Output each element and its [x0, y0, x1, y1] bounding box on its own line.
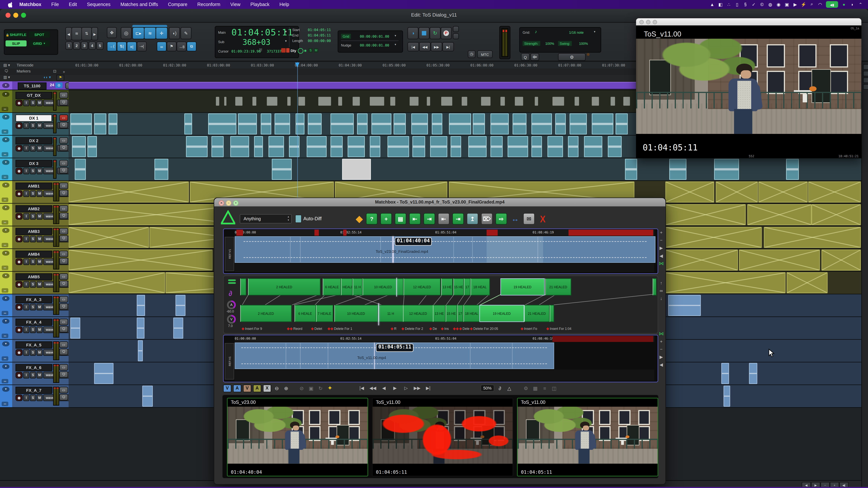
track-header-dx-3[interactable]: ▾DX 3▾ISMwaveread▭🗨⚯ — [0, 158, 68, 181]
reference-timeline-upper[interactable]: 01:00:00:0001:02:55:1401:05:51:0401:08:4… — [223, 229, 658, 274]
dim-icon-0[interactable]: ⊘ — [298, 385, 306, 392]
audio-clip[interactable] — [173, 318, 183, 339]
quantize-input-button[interactable]: ⟴ — [530, 53, 539, 61]
track-output-icon[interactable]: ▭ — [59, 160, 68, 166]
track-m-button[interactable]: M — [36, 326, 42, 333]
track-name[interactable]: TS_1100 — [18, 83, 46, 90]
audio-clip[interactable] — [287, 97, 291, 106]
timeline-area[interactable]: 01:04:05:11ToS_v11.00.mp4 — [235, 343, 654, 369]
audio-clip[interactable] — [451, 136, 461, 157]
brush-icon[interactable]: ✦ — [326, 385, 334, 392]
loop-play-button[interactable]: ↻ — [430, 27, 441, 39]
link-timeline-edit[interactable]: ⇅| — [117, 41, 127, 52]
track-output-icon[interactable]: ▭ — [59, 115, 68, 121]
prev-diff-icon[interactable]: ⇤ — [438, 213, 450, 224]
track-i-button[interactable]: I — [23, 190, 29, 197]
compare-swap-icon[interactable]: ↔ — [510, 213, 521, 224]
mode-spot[interactable]: SPOT — [29, 32, 50, 38]
rail-btn-0[interactable]: + — [658, 230, 664, 235]
edit-marker[interactable]: ◆Delete For 20:05 — [470, 326, 498, 331]
elastic-icon[interactable] — [298, 48, 303, 54]
track-comments-icon[interactable]: 🗨 — [59, 122, 68, 128]
audio-clip[interactable] — [513, 113, 526, 134]
drive-app-icon[interactable]: ◍ — [766, 1, 774, 8]
settings-gear-button[interactable]: ⚙ — [558, 53, 586, 61]
reference-clip[interactable] — [235, 236, 655, 263]
viewer-close-button[interactable] — [639, 20, 644, 24]
track-header-gt-dx[interactable]: ▾GT_DX▾ISMwaveread▭🗨⚯ — [0, 90, 68, 113]
rail-btn-3[interactable]: ▶ — [658, 354, 664, 360]
audio-clip[interactable] — [72, 136, 86, 157]
track-name[interactable]: AMB5 — [16, 273, 52, 281]
view-icon-2[interactable]: ≡ — [541, 385, 549, 392]
track-header-dx-2[interactable]: ▾DX 2▾ISMwaveread▭🗨⚯ — [0, 135, 68, 158]
audio-clip[interactable] — [490, 113, 509, 134]
track-s-button[interactable]: S — [30, 190, 36, 197]
audio-clip[interactable] — [592, 97, 599, 106]
audio-clip[interactable] — [721, 363, 730, 384]
track-name[interactable]: AMB1 — [16, 183, 52, 190]
track-name[interactable]: DX 1 — [16, 115, 52, 122]
commit-up-icon[interactable]: ↥ — [467, 213, 478, 224]
audio-clip[interactable] — [568, 136, 579, 157]
audio-clip[interactable] — [68, 182, 189, 203]
audio-clip[interactable] — [501, 97, 505, 106]
track-i-button[interactable]: I — [23, 145, 29, 152]
conflict-diamond-icon[interactable]: ◆ — [355, 213, 363, 224]
track-m-button[interactable]: M — [36, 349, 42, 356]
apple-menu-icon[interactable] — [7, 1, 14, 8]
track-header-dx-1[interactable]: ▾DX 1▾ISMwaveread▭🗨⚯ — [0, 113, 68, 135]
grid2-value[interactable]: 1/16 note — [569, 31, 584, 34]
transport-arrow-1[interactable]: ◀◀ — [368, 384, 377, 392]
zoom-midi-button[interactable]: ⇅ — [82, 27, 92, 40]
track-name[interactable]: FX_A_4 — [16, 319, 52, 326]
track-output-icon[interactable]: ▭ — [59, 251, 68, 257]
track-comments-icon[interactable]: 🗨 — [59, 303, 68, 310]
session-icon[interactable] — [286, 48, 289, 53]
edge-btn-3[interactable] — [863, 77, 868, 83]
audio-clip[interactable] — [272, 159, 292, 180]
battery-bolt-icon[interactable]: ⚡ — [800, 1, 808, 8]
zoom-audio-button[interactable]: ≋ — [71, 27, 82, 40]
audio-clip[interactable] — [665, 227, 762, 248]
transport-mini-2[interactable] — [453, 33, 459, 39]
track-name[interactable]: FX_A_3 — [16, 296, 52, 303]
mtc-button[interactable]: MTC — [477, 50, 493, 58]
facetime-camera-active-icon[interactable]: ◀▮ — [826, 1, 838, 8]
track-m-button[interactable]: M — [36, 372, 42, 379]
track-comments-icon[interactable]: 🗨 — [59, 281, 68, 287]
edge-btn-2[interactable] — [863, 71, 868, 76]
record-enable-button[interactable] — [16, 372, 23, 379]
ffwd-button[interactable]: ▶▶ — [431, 42, 442, 52]
audio-clip[interactable] — [154, 159, 168, 180]
comparison-thumb-0[interactable]: ToS_v23.0001:04:40:04 — [227, 398, 368, 476]
audio-clip[interactable] — [394, 113, 406, 134]
collapse-arrow-icon[interactable]: ▾ — [2, 319, 9, 324]
rail-btn-1[interactable]: + — [658, 339, 664, 344]
track-i-button[interactable]: I — [23, 122, 29, 129]
next-match-icon[interactable]: ⇥ — [424, 213, 435, 224]
track-i-button[interactable]: I — [23, 372, 29, 379]
rail-btn-1[interactable]: ∞ — [658, 288, 664, 293]
audio-clip[interactable] — [342, 159, 371, 180]
patch-icon[interactable]: ⚯ — [2, 175, 8, 180]
track-m-button[interactable]: M — [36, 281, 42, 288]
track-comments-icon[interactable]: 🗨 — [59, 144, 68, 151]
track-s-button[interactable]: S — [30, 349, 36, 356]
audio-clip[interactable] — [532, 136, 542, 157]
clip-list-icon[interactable] — [228, 280, 236, 285]
edit-marker[interactable]: ◆Delete For 2 — [401, 326, 423, 331]
viewer-minimize-button[interactable] — [646, 20, 651, 24]
audio-clip[interactable] — [749, 363, 757, 384]
mode-shuffle[interactable]: 🔒SHUFFLE — [5, 32, 27, 38]
audio-clip[interactable] — [370, 136, 380, 157]
track-toggle-a[interactable]: A — [233, 384, 241, 392]
link-track-edit[interactable]: ≡| — [127, 41, 137, 52]
zoom-preset-3[interactable]: 3 — [81, 41, 88, 50]
audio-clip[interactable] — [108, 113, 117, 134]
ruler-icon[interactable]: ▤ ▾ — [3, 63, 10, 68]
filter-dropdown[interactable]: Anything — [240, 214, 291, 224]
audio-clip[interactable] — [253, 97, 256, 106]
menu-item-matches-and-diffs[interactable]: Matches and Diffs — [116, 2, 163, 7]
healed-area[interactable]: 2 HEALED6 HEALE7 HEALE11 H10 HEALED12 HE… — [240, 278, 655, 326]
